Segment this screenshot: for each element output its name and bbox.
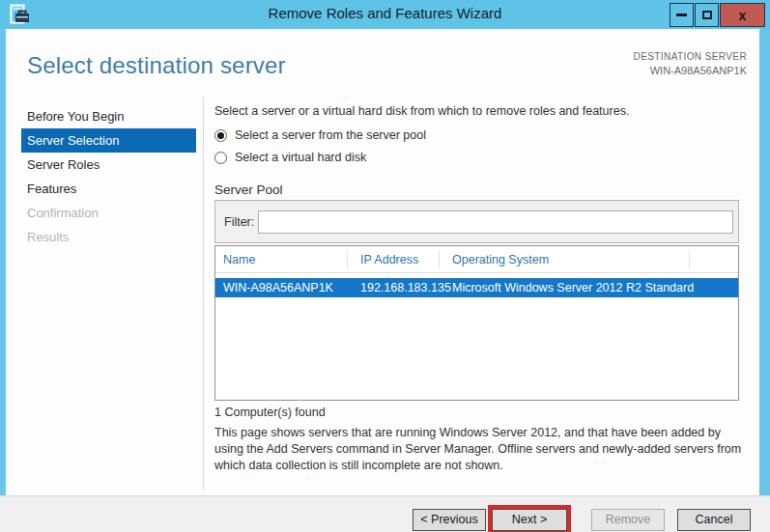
sidebar-item-before-you-begin[interactable]: Before You Begin xyxy=(21,104,196,128)
page-description: This page shows servers that are running… xyxy=(214,425,749,474)
column-header-ip-address[interactable]: IP Address xyxy=(360,253,418,266)
radio-button-icon[interactable] xyxy=(214,129,227,142)
minimize-button[interactable] xyxy=(670,3,694,27)
column-header-name[interactable]: Name xyxy=(223,253,255,266)
radio-button-icon[interactable] xyxy=(214,152,227,164)
filter-panel: Filter: xyxy=(214,200,739,243)
window-border-right xyxy=(759,29,770,532)
titlebar[interactable]: Remove Roles and Features Wizard x xyxy=(0,0,770,29)
filter-input[interactable] xyxy=(258,210,733,234)
sidebar-item-confirmation: Confirmation xyxy=(21,201,196,225)
cell-ip-address: 192.168.183.135 xyxy=(360,281,451,294)
page-title: Select destination server xyxy=(27,52,286,79)
cell-server-name: WIN-A98A56ANP1K xyxy=(223,281,333,294)
previous-button[interactable]: < Previous xyxy=(413,509,486,531)
radio-label: Select a server from the server pool xyxy=(235,128,426,142)
close-button[interactable]: x xyxy=(720,3,765,27)
wizard-window: Remove Roles and Features Wizard x Selec… xyxy=(0,0,770,532)
minimize-icon xyxy=(676,14,687,16)
close-icon: x xyxy=(739,8,747,23)
cell-operating-system: Microsoft Windows Server 2012 R2 Standar… xyxy=(452,281,694,294)
server-pool-title: Server Pool xyxy=(214,182,283,197)
radio-label: Select a virtual hard disk xyxy=(235,151,366,164)
sidebar-item-results: Results xyxy=(21,225,196,249)
cancel-button[interactable]: Cancel xyxy=(677,509,751,531)
destination-server-block: DESTINATION SERVER WIN-A98A56ANP1K xyxy=(634,51,747,76)
window-border-left xyxy=(0,29,6,532)
server-pool-table: Name IP Address Operating System WIN-A98… xyxy=(214,245,739,401)
sidebar-item-server-roles[interactable]: Server Roles xyxy=(21,153,196,177)
table-header: Name IP Address Operating System xyxy=(215,246,738,273)
sidebar-item-server-selection[interactable]: Server Selection xyxy=(21,128,196,153)
column-header-operating-system[interactable]: Operating System xyxy=(452,253,549,266)
remove-button: Remove xyxy=(591,509,665,531)
maximize-button[interactable] xyxy=(695,3,719,27)
column-separator xyxy=(347,250,348,269)
column-separator xyxy=(689,250,690,269)
column-separator xyxy=(439,250,440,269)
destination-server-name: WIN-A98A56ANP1K xyxy=(634,65,747,76)
radio-select-vhd[interactable]: Select a virtual hard disk xyxy=(214,150,366,165)
sidebar-divider xyxy=(203,97,204,490)
radio-select-server-pool[interactable]: Select a server from the server pool xyxy=(214,127,426,143)
table-row-server[interactable]: WIN-A98A56ANP1K 192.168.183.135 Microsof… xyxy=(215,278,738,297)
maximize-icon xyxy=(702,11,712,19)
wizard-steps-sidebar: Before You Begin Server Selection Server… xyxy=(21,104,196,249)
computers-found-text: 1 Computer(s) found xyxy=(214,406,326,419)
window-title: Remove Roles and Features Wizard xyxy=(0,5,770,21)
destination-server-label: DESTINATION SERVER xyxy=(634,51,747,62)
filter-label: Filter: xyxy=(224,215,254,229)
sidebar-item-features[interactable]: Features xyxy=(21,177,196,201)
next-button[interactable]: Next > xyxy=(492,509,567,531)
intro-text: Select a server or a virtual hard disk f… xyxy=(214,104,629,118)
